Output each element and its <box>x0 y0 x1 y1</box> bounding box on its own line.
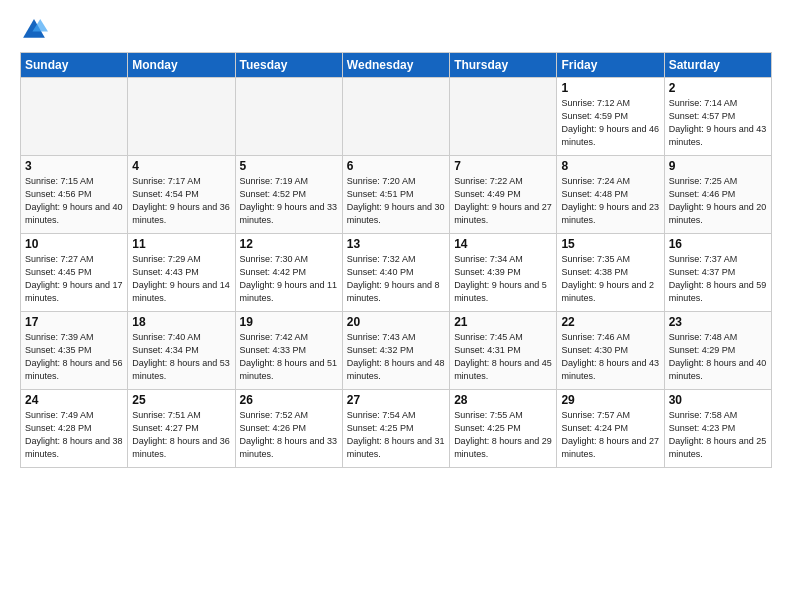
weekday-header-saturday: Saturday <box>664 53 771 78</box>
calendar-header-row: SundayMondayTuesdayWednesdayThursdayFrid… <box>21 53 772 78</box>
day-info: Sunrise: 7:45 AM Sunset: 4:31 PM Dayligh… <box>454 331 552 383</box>
calendar-cell: 3Sunrise: 7:15 AM Sunset: 4:56 PM Daylig… <box>21 156 128 234</box>
day-info: Sunrise: 7:57 AM Sunset: 4:24 PM Dayligh… <box>561 409 659 461</box>
weekday-header-wednesday: Wednesday <box>342 53 449 78</box>
day-info: Sunrise: 7:27 AM Sunset: 4:45 PM Dayligh… <box>25 253 123 305</box>
day-info: Sunrise: 7:37 AM Sunset: 4:37 PM Dayligh… <box>669 253 767 305</box>
weekday-header-sunday: Sunday <box>21 53 128 78</box>
calendar-cell: 21Sunrise: 7:45 AM Sunset: 4:31 PM Dayli… <box>450 312 557 390</box>
day-info: Sunrise: 7:39 AM Sunset: 4:35 PM Dayligh… <box>25 331 123 383</box>
calendar-cell <box>128 78 235 156</box>
calendar-cell: 6Sunrise: 7:20 AM Sunset: 4:51 PM Daylig… <box>342 156 449 234</box>
weekday-header-monday: Monday <box>128 53 235 78</box>
day-info: Sunrise: 7:43 AM Sunset: 4:32 PM Dayligh… <box>347 331 445 383</box>
calendar-cell: 10Sunrise: 7:27 AM Sunset: 4:45 PM Dayli… <box>21 234 128 312</box>
day-number: 4 <box>132 159 230 173</box>
day-number: 29 <box>561 393 659 407</box>
day-info: Sunrise: 7:51 AM Sunset: 4:27 PM Dayligh… <box>132 409 230 461</box>
calendar-week-1: 1Sunrise: 7:12 AM Sunset: 4:59 PM Daylig… <box>21 78 772 156</box>
calendar-cell: 1Sunrise: 7:12 AM Sunset: 4:59 PM Daylig… <box>557 78 664 156</box>
calendar-cell: 22Sunrise: 7:46 AM Sunset: 4:30 PM Dayli… <box>557 312 664 390</box>
day-number: 26 <box>240 393 338 407</box>
day-number: 1 <box>561 81 659 95</box>
weekday-header-tuesday: Tuesday <box>235 53 342 78</box>
calendar-cell: 30Sunrise: 7:58 AM Sunset: 4:23 PM Dayli… <box>664 390 771 468</box>
day-number: 16 <box>669 237 767 251</box>
page: SundayMondayTuesdayWednesdayThursdayFrid… <box>0 0 792 612</box>
day-number: 17 <box>25 315 123 329</box>
calendar-cell: 4Sunrise: 7:17 AM Sunset: 4:54 PM Daylig… <box>128 156 235 234</box>
calendar-cell: 15Sunrise: 7:35 AM Sunset: 4:38 PM Dayli… <box>557 234 664 312</box>
day-info: Sunrise: 7:52 AM Sunset: 4:26 PM Dayligh… <box>240 409 338 461</box>
day-info: Sunrise: 7:35 AM Sunset: 4:38 PM Dayligh… <box>561 253 659 305</box>
day-number: 11 <box>132 237 230 251</box>
day-number: 3 <box>25 159 123 173</box>
day-info: Sunrise: 7:15 AM Sunset: 4:56 PM Dayligh… <box>25 175 123 227</box>
day-number: 24 <box>25 393 123 407</box>
calendar-cell: 11Sunrise: 7:29 AM Sunset: 4:43 PM Dayli… <box>128 234 235 312</box>
logo <box>20 16 52 44</box>
day-info: Sunrise: 7:30 AM Sunset: 4:42 PM Dayligh… <box>240 253 338 305</box>
calendar-cell: 9Sunrise: 7:25 AM Sunset: 4:46 PM Daylig… <box>664 156 771 234</box>
calendar-cell: 29Sunrise: 7:57 AM Sunset: 4:24 PM Dayli… <box>557 390 664 468</box>
day-number: 19 <box>240 315 338 329</box>
calendar-cell: 28Sunrise: 7:55 AM Sunset: 4:25 PM Dayli… <box>450 390 557 468</box>
calendar-week-3: 10Sunrise: 7:27 AM Sunset: 4:45 PM Dayli… <box>21 234 772 312</box>
weekday-header-friday: Friday <box>557 53 664 78</box>
calendar-cell <box>21 78 128 156</box>
day-number: 10 <box>25 237 123 251</box>
day-info: Sunrise: 7:12 AM Sunset: 4:59 PM Dayligh… <box>561 97 659 149</box>
calendar-cell: 25Sunrise: 7:51 AM Sunset: 4:27 PM Dayli… <box>128 390 235 468</box>
day-number: 5 <box>240 159 338 173</box>
day-info: Sunrise: 7:34 AM Sunset: 4:39 PM Dayligh… <box>454 253 552 305</box>
calendar-week-2: 3Sunrise: 7:15 AM Sunset: 4:56 PM Daylig… <box>21 156 772 234</box>
day-number: 28 <box>454 393 552 407</box>
day-info: Sunrise: 7:14 AM Sunset: 4:57 PM Dayligh… <box>669 97 767 149</box>
day-number: 21 <box>454 315 552 329</box>
day-number: 25 <box>132 393 230 407</box>
day-info: Sunrise: 7:25 AM Sunset: 4:46 PM Dayligh… <box>669 175 767 227</box>
day-number: 15 <box>561 237 659 251</box>
calendar-cell: 13Sunrise: 7:32 AM Sunset: 4:40 PM Dayli… <box>342 234 449 312</box>
calendar-cell: 14Sunrise: 7:34 AM Sunset: 4:39 PM Dayli… <box>450 234 557 312</box>
calendar-cell: 18Sunrise: 7:40 AM Sunset: 4:34 PM Dayli… <box>128 312 235 390</box>
header <box>20 16 772 44</box>
day-number: 8 <box>561 159 659 173</box>
day-info: Sunrise: 7:40 AM Sunset: 4:34 PM Dayligh… <box>132 331 230 383</box>
calendar-cell: 12Sunrise: 7:30 AM Sunset: 4:42 PM Dayli… <box>235 234 342 312</box>
calendar-cell: 26Sunrise: 7:52 AM Sunset: 4:26 PM Dayli… <box>235 390 342 468</box>
day-info: Sunrise: 7:49 AM Sunset: 4:28 PM Dayligh… <box>25 409 123 461</box>
day-info: Sunrise: 7:17 AM Sunset: 4:54 PM Dayligh… <box>132 175 230 227</box>
day-info: Sunrise: 7:46 AM Sunset: 4:30 PM Dayligh… <box>561 331 659 383</box>
calendar-cell: 5Sunrise: 7:19 AM Sunset: 4:52 PM Daylig… <box>235 156 342 234</box>
calendar-cell: 23Sunrise: 7:48 AM Sunset: 4:29 PM Dayli… <box>664 312 771 390</box>
day-info: Sunrise: 7:42 AM Sunset: 4:33 PM Dayligh… <box>240 331 338 383</box>
day-info: Sunrise: 7:55 AM Sunset: 4:25 PM Dayligh… <box>454 409 552 461</box>
day-info: Sunrise: 7:20 AM Sunset: 4:51 PM Dayligh… <box>347 175 445 227</box>
calendar-week-4: 17Sunrise: 7:39 AM Sunset: 4:35 PM Dayli… <box>21 312 772 390</box>
calendar-cell: 16Sunrise: 7:37 AM Sunset: 4:37 PM Dayli… <box>664 234 771 312</box>
day-info: Sunrise: 7:32 AM Sunset: 4:40 PM Dayligh… <box>347 253 445 305</box>
day-number: 30 <box>669 393 767 407</box>
day-number: 2 <box>669 81 767 95</box>
day-number: 9 <box>669 159 767 173</box>
logo-icon <box>20 16 48 44</box>
calendar-cell <box>235 78 342 156</box>
day-info: Sunrise: 7:22 AM Sunset: 4:49 PM Dayligh… <box>454 175 552 227</box>
calendar-cell <box>450 78 557 156</box>
day-number: 6 <box>347 159 445 173</box>
calendar-cell: 7Sunrise: 7:22 AM Sunset: 4:49 PM Daylig… <box>450 156 557 234</box>
day-info: Sunrise: 7:24 AM Sunset: 4:48 PM Dayligh… <box>561 175 659 227</box>
calendar-cell <box>342 78 449 156</box>
calendar-table: SundayMondayTuesdayWednesdayThursdayFrid… <box>20 52 772 468</box>
calendar-cell: 27Sunrise: 7:54 AM Sunset: 4:25 PM Dayli… <box>342 390 449 468</box>
calendar-cell: 8Sunrise: 7:24 AM Sunset: 4:48 PM Daylig… <box>557 156 664 234</box>
day-info: Sunrise: 7:54 AM Sunset: 4:25 PM Dayligh… <box>347 409 445 461</box>
day-number: 23 <box>669 315 767 329</box>
day-number: 13 <box>347 237 445 251</box>
day-number: 27 <box>347 393 445 407</box>
day-number: 18 <box>132 315 230 329</box>
day-info: Sunrise: 7:19 AM Sunset: 4:52 PM Dayligh… <box>240 175 338 227</box>
day-number: 7 <box>454 159 552 173</box>
day-number: 14 <box>454 237 552 251</box>
